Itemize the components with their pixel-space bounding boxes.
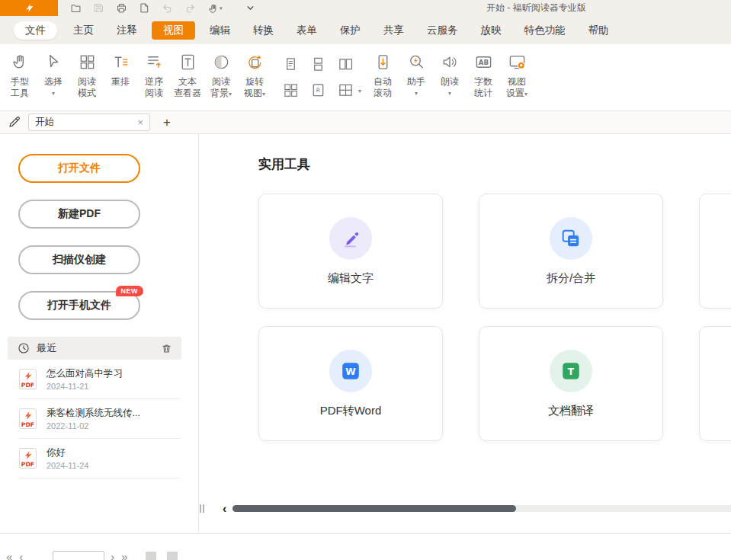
ribbon-button-text-viewer[interactable]: 文本查看器 — [171, 49, 204, 99]
ribbon-tab-cloud[interactable]: 云服务 — [415, 21, 470, 40]
close-tab-icon[interactable]: × — [137, 117, 143, 127]
tool-card-pdf-to-word[interactable]: WPDF转Word — [258, 326, 443, 441]
document-tab[interactable]: 开始 × — [28, 114, 150, 131]
ribbon-button-select[interactable]: 选择▾ — [37, 49, 70, 99]
scanner-create-button[interactable]: 扫描仪创建 — [18, 245, 140, 274]
hand-annotation-icon[interactable]: ▾ — [207, 2, 223, 14]
page-layout-dropdown-icon[interactable]: ▾ — [358, 88, 361, 94]
recent-file-item[interactable]: PDF怎么面对高中学习2024-11-21 — [18, 360, 180, 399]
redo-icon[interactable] — [184, 2, 196, 14]
first-page-icon[interactable]: « — [6, 551, 12, 560]
hand-tool-icon — [11, 50, 30, 73]
scroll-left-icon[interactable]: ‹ — [223, 505, 226, 513]
page-facing-icon[interactable] — [335, 52, 356, 76]
ribbon-tab-edit[interactable]: 编辑 — [198, 21, 242, 40]
ribbon-tab-comment[interactable]: 注释 — [105, 21, 149, 40]
print-icon[interactable] — [116, 2, 127, 14]
page-layout-group: R▾ — [281, 52, 361, 102]
card-edit-icon — [329, 217, 372, 260]
card-translate-icon: T — [550, 350, 592, 392]
ribbon-button-view-settings[interactable]: 视图设置▾ — [500, 49, 534, 100]
split-view-icon[interactable] — [335, 78, 356, 102]
text-viewer-icon — [178, 50, 197, 73]
auto-scroll-icon — [374, 50, 393, 73]
scrollbar-track[interactable] — [232, 505, 731, 512]
ribbon-button-label: 重排 — [111, 76, 130, 88]
ribbon-button-reading-background[interactable]: 阅读背景▾ — [204, 49, 238, 100]
new-tab-icon[interactable]: + — [163, 115, 171, 130]
page-facing-continuous-icon[interactable] — [281, 78, 301, 102]
tool-card-split-merge[interactable]: 拆分/合并 — [479, 194, 663, 309]
ribbon-tab-present[interactable]: 放映 — [470, 21, 513, 40]
tool-card-edit-text[interactable]: 编辑文字 — [258, 194, 443, 309]
pdf-file-icon: PDF — [18, 447, 37, 469]
undo-icon[interactable] — [162, 2, 173, 14]
ribbon-button-auto-scroll[interactable]: 自动滚动 — [366, 49, 399, 99]
ribbon-tab-bar: 文件主页注释视图编辑转换表单保护共享云服务放映特色功能帮助 — [0, 16, 731, 44]
statusbar-cropped-item — [146, 552, 156, 560]
open-file-button[interactable]: 打开文件 — [18, 154, 140, 183]
customize-quick-access-icon[interactable] — [245, 2, 256, 14]
svg-text:PDF: PDF — [21, 461, 34, 468]
svg-text:R: R — [316, 87, 321, 94]
horizontal-scrollbar: ‹ — [199, 504, 731, 514]
page-reverse-icon[interactable]: R — [308, 78, 329, 102]
ribbon-button-read-aloud[interactable]: 朗读▾ — [433, 49, 466, 99]
page-single-icon[interactable] — [281, 52, 301, 76]
ribbon-button-word-count[interactable]: AB字数统计 — [466, 49, 500, 99]
statusbar-controls: « ‹ › » — [6, 551, 178, 560]
page-continuous-icon[interactable] — [308, 52, 329, 76]
tool-card-partial[interactable] — [699, 326, 731, 441]
svg-text:AB: AB — [478, 59, 488, 66]
recent-file-name: 你好 — [46, 446, 88, 459]
pdf-file-icon: PDF — [18, 368, 37, 390]
ribbon-tab-protect[interactable]: 保护 — [329, 21, 372, 40]
open-file-icon[interactable] — [70, 2, 82, 14]
ribbon-button-rotate-view[interactable]: 旋转视图▾ — [238, 49, 271, 100]
svg-text:W: W — [345, 366, 356, 377]
ribbon-tab-convert[interactable]: 转换 — [242, 21, 285, 40]
ribbon-button-read-mode[interactable]: 阅读模式 — [70, 49, 104, 99]
recent-file-item[interactable]: PDF乘客检测系统无线传...2022-11-02 — [18, 399, 180, 439]
splitter-grip-icon[interactable] — [200, 504, 204, 513]
recent-file-item[interactable]: PDF你好2024-11-24 — [18, 439, 180, 478]
next-page-icon[interactable]: › — [111, 551, 114, 560]
ribbon-tab-features[interactable]: 特色功能 — [513, 21, 577, 40]
ribbon-button-reverse-reading[interactable]: 逆序阅读 — [137, 49, 171, 99]
tool-card-label: 编辑文字 — [328, 271, 374, 286]
read-aloud-icon — [441, 50, 460, 73]
ribbon-button-reflow[interactable]: 重排 — [104, 49, 137, 88]
ribbon-button-hand-tool[interactable]: 手型工具 — [3, 49, 37, 99]
ribbon-tab-home[interactable]: 主页 — [62, 21, 105, 40]
prev-page-icon[interactable]: ‹ — [19, 551, 23, 560]
ribbon-tab-file[interactable]: 文件 — [14, 21, 57, 40]
pencil-icon[interactable] — [8, 116, 21, 129]
create-pdf-button[interactable]: 新建PDF — [18, 200, 140, 229]
statusbar-cropped-item — [167, 552, 178, 560]
foxit-logo-icon[interactable] — [0, 0, 58, 16]
ribbon-button-assistant[interactable]: 助手▾ — [399, 49, 433, 99]
ribbon-tab-share[interactable]: 共享 — [372, 21, 415, 40]
ribbon-toolbar: 手型工具选择▾阅读模式重排逆序阅读文本查看器阅读背景▾旋转视图▾R▾自动滚动助手… — [0, 44, 731, 111]
trash-icon[interactable] — [161, 343, 172, 354]
quick-access-toolbar: ▾ — [70, 2, 256, 14]
tool-card-label: 文档翻译 — [548, 404, 594, 418]
ribbon-button-label: 助手▾ — [407, 76, 425, 99]
save-icon[interactable] — [93, 2, 104, 14]
new-badge: NEW — [116, 286, 144, 296]
tool-card-doc-translate[interactable]: T文档翻译 — [479, 326, 663, 441]
last-page-icon[interactable]: » — [121, 551, 127, 560]
ribbon-button-label: 视图设置▾ — [506, 76, 527, 100]
tool-card-partial[interactable] — [699, 194, 731, 309]
ribbon-tab-form[interactable]: 表单 — [285, 21, 329, 40]
ribbon-tab-help[interactable]: 帮助 — [577, 21, 620, 40]
ribbon-tab-view[interactable]: 视图 — [152, 21, 195, 40]
new-document-icon[interactable] — [139, 2, 150, 14]
page-number-input[interactable] — [53, 551, 104, 560]
ribbon-button-label: 字数统计 — [474, 76, 492, 99]
tool-card-label: 拆分/合并 — [547, 271, 595, 286]
open-mobile-file-button[interactable]: 打开手机文件NEW — [18, 291, 140, 320]
scrollbar-thumb[interactable] — [232, 505, 516, 512]
titlebar: ▾ 开始 - 福昕阅读器专业版 — [0, 0, 731, 16]
section-title: 实用工具 — [258, 155, 731, 174]
